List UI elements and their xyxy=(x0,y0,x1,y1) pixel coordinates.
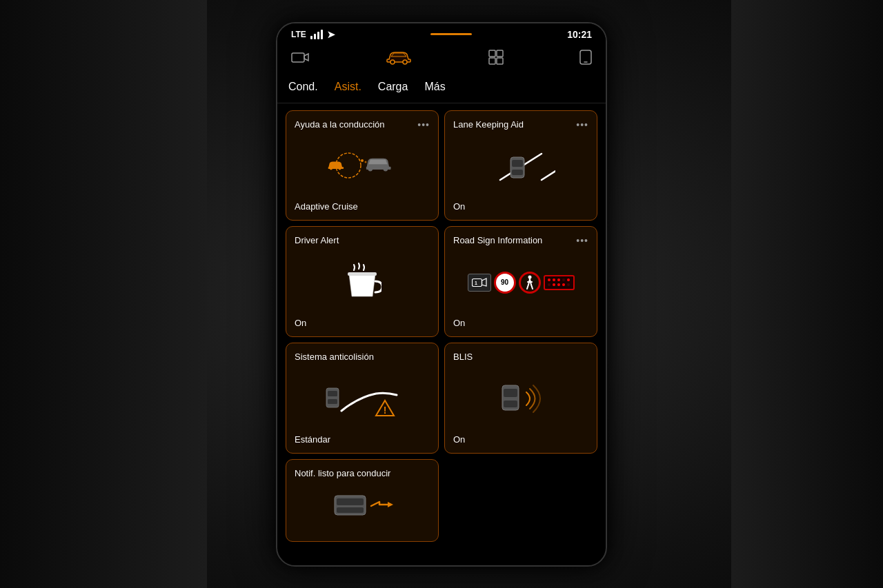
svg-rect-16 xyxy=(512,160,523,167)
card-title-notif: Notif. listo para conducir xyxy=(295,468,390,480)
nav-icons-bar xyxy=(277,44,606,75)
road-signs-group: 1 90 xyxy=(468,272,575,294)
svg-line-26 xyxy=(531,285,533,289)
svg-marker-1 xyxy=(304,54,308,61)
svg-point-3 xyxy=(403,60,407,64)
card-header: BLIS xyxy=(453,352,588,363)
anticolision-subtitle: Estándar xyxy=(295,434,430,445)
tab-bar: Cond. Asist. Carga Más xyxy=(277,75,606,103)
status-left: LTE ➤ xyxy=(291,29,335,40)
adaptive-cruise-subtitle: Adaptive Cruise xyxy=(295,201,430,212)
blis-icon-area xyxy=(453,363,588,434)
car-icon[interactable] xyxy=(385,50,413,68)
phone-icon[interactable] xyxy=(579,50,592,68)
camera-icon[interactable] xyxy=(291,50,309,68)
card-header: Road Sign Information ••• xyxy=(453,235,588,247)
grid-icon[interactable] xyxy=(488,50,504,68)
svg-line-14 xyxy=(542,154,555,180)
svg-text:!: ! xyxy=(384,405,387,416)
navigation-arrow-icon: ➤ xyxy=(327,29,335,40)
svg-rect-37 xyxy=(337,498,364,505)
svg-rect-35 xyxy=(504,401,517,407)
blis-card[interactable]: BLIS On xyxy=(444,343,597,454)
status-bar-accent-line xyxy=(430,33,472,35)
svg-point-12 xyxy=(365,161,367,163)
svg-rect-7 xyxy=(497,58,503,64)
card-title-lane: Lane Keeping Aid xyxy=(453,119,524,131)
svg-rect-17 xyxy=(512,170,523,175)
notif-svg xyxy=(331,492,393,520)
card-header: Sistema anticolisión xyxy=(295,352,430,363)
pedestrian-sign xyxy=(519,272,541,294)
svg-line-25 xyxy=(527,285,528,289)
lane-keeping-card[interactable]: Lane Keeping Aid ••• xyxy=(444,110,597,221)
svg-rect-30 xyxy=(328,399,337,404)
svg-point-11 xyxy=(361,159,364,162)
card-header: Lane Keeping Aid ••• xyxy=(453,119,588,131)
svg-rect-0 xyxy=(292,53,304,62)
notif-icon-area xyxy=(295,480,430,533)
camera-sign-icon: 1 xyxy=(468,274,491,292)
led-sign xyxy=(544,275,575,290)
card-title-driver: Driver Alert xyxy=(295,235,339,247)
adaptive-cruise-svg xyxy=(324,147,400,185)
coffee-cup-svg xyxy=(344,262,381,303)
status-bar: LTE ➤ 10:21 xyxy=(277,23,606,44)
svg-rect-34 xyxy=(504,389,517,397)
driver-alert-icon-area xyxy=(295,247,430,318)
speed-limit-sign: 90 xyxy=(494,272,516,294)
tab-carga[interactable]: Carga xyxy=(378,78,408,96)
lane-keeping-svg xyxy=(486,147,555,185)
car-infotainment-screen: LTE ➤ 10:21 xyxy=(276,22,607,567)
card-title-adaptive: Ayuda a la conducción xyxy=(295,119,385,131)
lane-keeping-status: On xyxy=(453,201,588,212)
road-sign-card[interactable]: Road Sign Information ••• 1 xyxy=(444,226,597,337)
card-title-blis: BLIS xyxy=(453,352,473,363)
dashboard-background: LTE ➤ 10:21 xyxy=(0,0,883,588)
signal-icon xyxy=(310,30,323,39)
tab-mas[interactable]: Más xyxy=(424,78,445,96)
svg-point-2 xyxy=(390,60,395,64)
card-menu-dots[interactable]: ••• xyxy=(417,119,430,130)
clock: 10:21 xyxy=(567,29,592,40)
blis-status: On xyxy=(453,434,588,445)
anticolision-svg: ! xyxy=(321,380,404,418)
card-title-anti: Sistema anticolisión xyxy=(295,352,374,363)
driver-alert-status: On xyxy=(295,318,430,328)
lte-label: LTE xyxy=(291,30,306,39)
tab-cond[interactable]: Cond. xyxy=(288,78,318,96)
blis-svg xyxy=(486,380,555,418)
svg-rect-38 xyxy=(337,507,364,513)
anticolision-icon-area: ! xyxy=(295,363,430,434)
svg-marker-39 xyxy=(388,502,393,507)
svg-rect-18 xyxy=(348,272,377,276)
card-header: Driver Alert xyxy=(295,235,430,247)
adaptive-cruise-card[interactable]: Ayuda a la conducción ••• xyxy=(286,110,439,221)
svg-rect-4 xyxy=(489,50,495,57)
card-header: Ayuda a la conducción ••• xyxy=(295,119,430,131)
card-menu-dots[interactable]: ••• xyxy=(576,119,588,130)
svg-marker-20 xyxy=(482,278,486,286)
tab-asist[interactable]: Asist. xyxy=(335,78,361,96)
anticolision-card[interactable]: Sistema anticolisión xyxy=(286,343,439,454)
card-title-road-sign: Road Sign Information xyxy=(453,235,542,247)
road-sign-status: On xyxy=(453,318,588,328)
driver-alert-card[interactable]: Driver Alert xyxy=(286,226,439,337)
road-sign-icon-area: 1 90 xyxy=(453,247,588,318)
cards-grid: Ayuda a la conducción ••• xyxy=(277,103,606,549)
card-header: Notif. listo para conducir xyxy=(295,468,430,480)
notif-card[interactable]: Notif. listo para conducir xyxy=(286,459,439,542)
svg-rect-29 xyxy=(328,391,337,396)
svg-rect-6 xyxy=(489,58,495,64)
adaptive-cruise-icon-area xyxy=(295,130,430,201)
lane-keeping-icon-area xyxy=(453,130,588,201)
card-menu-dots[interactable]: ••• xyxy=(576,235,588,246)
svg-text:1: 1 xyxy=(475,281,477,285)
svg-rect-5 xyxy=(497,50,503,57)
svg-point-22 xyxy=(528,275,531,278)
